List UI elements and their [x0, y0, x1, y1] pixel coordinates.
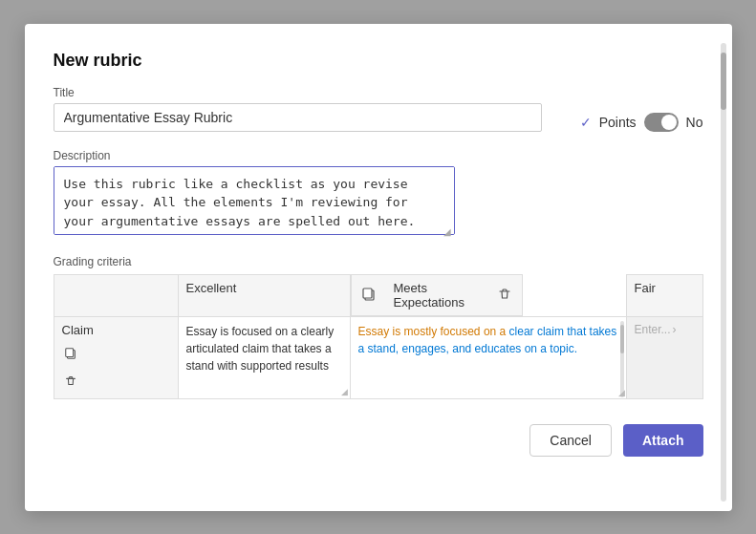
meets-scrollbar[interactable] — [620, 321, 624, 397]
toggle-knob — [661, 115, 677, 130]
delete-col-btn[interactable] — [495, 285, 514, 307]
criteria-delete-btn[interactable] — [62, 373, 79, 393]
description-section: Description Use this rubric like a check… — [54, 149, 703, 238]
grading-section: Grading criteria Excellent — [54, 255, 703, 400]
col-meets-label: Meets Expectations — [394, 281, 480, 310]
modal-scrollbar[interactable] — [721, 43, 726, 502]
modal-title: New rubric — [54, 51, 703, 71]
title-field-wrap: Title — [54, 86, 542, 132]
fair-placeholder: Enter... — [635, 323, 671, 336]
desc-textarea-wrap: Use this rubric like a checklist as you … — [54, 166, 455, 238]
criteria-cell: Claim — [54, 317, 178, 399]
resize-handle: ◢ — [443, 226, 453, 236]
attach-button[interactable]: Attach — [623, 424, 703, 457]
fair-cell[interactable]: Enter... › — [626, 317, 702, 399]
title-input[interactable] — [54, 103, 542, 132]
rubric-table: Excellent Meets Expectations — [54, 274, 703, 400]
col-header-excellent: Excellent — [178, 274, 350, 317]
copy-icon-btn[interactable] — [359, 285, 378, 307]
fair-enter: Enter... › — [635, 323, 695, 336]
points-label: Points — [599, 115, 637, 130]
modal-footer: Cancel Attach — [54, 417, 703, 457]
col-header-criteria — [54, 274, 178, 317]
table-row: Claim — [54, 317, 702, 399]
grading-label: Grading criteria — [54, 255, 703, 268]
criteria-inner: Claim — [62, 323, 170, 393]
description-input[interactable]: Use this rubric like a checklist as you … — [54, 166, 455, 235]
col-header-meets: Meets Expectations — [351, 274, 523, 316]
col-header-fair: Fair — [626, 274, 702, 317]
description-label: Description — [54, 149, 703, 162]
meets-cell: Essay is mostly focused on a clear claim… — [350, 317, 626, 399]
meets-resize-icon: ◢ — [618, 388, 625, 397]
chevron-right-icon: › — [673, 323, 677, 336]
excellent-cell: Essay is focused on a clearly articulate… — [178, 317, 350, 399]
meets-text: Essay is mostly focused on a clear claim… — [358, 325, 617, 355]
toggle-no-label: No — [686, 115, 703, 130]
points-toggle[interactable] — [644, 113, 679, 132]
criteria-copy-btn[interactable] — [62, 345, 79, 365]
modal-overlay: New rubric Title ✓ Points No Description… — [0, 0, 756, 534]
check-icon: ✓ — [580, 115, 592, 130]
svg-rect-1 — [363, 288, 372, 298]
criteria-name: Claim — [62, 323, 94, 337]
title-label: Title — [54, 86, 542, 99]
rubric-modal: New rubric Title ✓ Points No Description… — [25, 24, 732, 511]
excellent-text: Essay is focused on a clearly articulate… — [186, 325, 335, 373]
excellent-resize-icon: ◢ — [341, 387, 348, 396]
cancel-button[interactable]: Cancel — [529, 424, 612, 457]
svg-rect-3 — [65, 349, 73, 357]
top-row: Title ✓ Points No — [54, 86, 703, 132]
points-area: ✓ Points No — [580, 113, 703, 132]
